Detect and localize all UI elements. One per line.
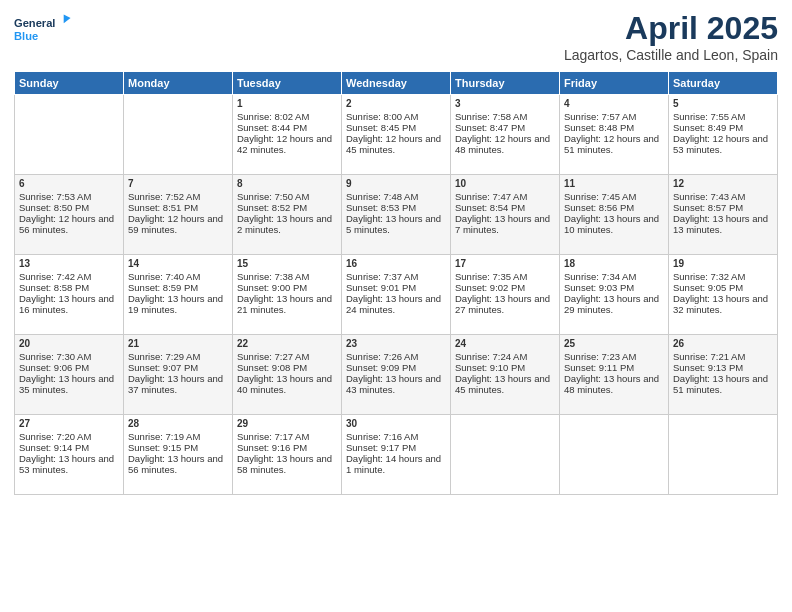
calendar-cell: 2Sunrise: 8:00 AMSunset: 8:45 PMDaylight… [342,95,451,175]
calendar-row: 20Sunrise: 7:30 AMSunset: 9:06 PMDayligh… [15,335,778,415]
svg-marker-1 [64,15,71,24]
calendar-cell: 20Sunrise: 7:30 AMSunset: 9:06 PMDayligh… [15,335,124,415]
calendar-row: 27Sunrise: 7:20 AMSunset: 9:14 PMDayligh… [15,415,778,495]
calendar-cell: 28Sunrise: 7:19 AMSunset: 9:15 PMDayligh… [124,415,233,495]
calendar-cell: 14Sunrise: 7:40 AMSunset: 8:59 PMDayligh… [124,255,233,335]
calendar-cell: 16Sunrise: 7:37 AMSunset: 9:01 PMDayligh… [342,255,451,335]
calendar-cell [669,415,778,495]
calendar-cell: 8Sunrise: 7:50 AMSunset: 8:52 PMDaylight… [233,175,342,255]
calendar-cell [560,415,669,495]
calendar-row: 6Sunrise: 7:53 AMSunset: 8:50 PMDaylight… [15,175,778,255]
calendar-cell [451,415,560,495]
calendar-cell: 4Sunrise: 7:57 AMSunset: 8:48 PMDaylight… [560,95,669,175]
calendar-cell: 30Sunrise: 7:16 AMSunset: 9:17 PMDayligh… [342,415,451,495]
calendar-cell: 27Sunrise: 7:20 AMSunset: 9:14 PMDayligh… [15,415,124,495]
col-friday: Friday [560,72,669,95]
calendar-cell: 18Sunrise: 7:34 AMSunset: 9:03 PMDayligh… [560,255,669,335]
calendar-cell: 25Sunrise: 7:23 AMSunset: 9:11 PMDayligh… [560,335,669,415]
col-thursday: Thursday [451,72,560,95]
calendar-cell: 11Sunrise: 7:45 AMSunset: 8:56 PMDayligh… [560,175,669,255]
col-tuesday: Tuesday [233,72,342,95]
calendar-cell: 15Sunrise: 7:38 AMSunset: 9:00 PMDayligh… [233,255,342,335]
calendar-cell: 12Sunrise: 7:43 AMSunset: 8:57 PMDayligh… [669,175,778,255]
calendar-cell: 19Sunrise: 7:32 AMSunset: 9:05 PMDayligh… [669,255,778,335]
calendar-row: 1Sunrise: 8:02 AMSunset: 8:44 PMDaylight… [15,95,778,175]
calendar-table: Sunday Monday Tuesday Wednesday Thursday… [14,71,778,495]
page: General Blue April 2025 Lagartos, Castil… [0,0,792,612]
col-wednesday: Wednesday [342,72,451,95]
calendar-cell: 1Sunrise: 8:02 AMSunset: 8:44 PMDaylight… [233,95,342,175]
calendar-cell: 23Sunrise: 7:26 AMSunset: 9:09 PMDayligh… [342,335,451,415]
header-row: Sunday Monday Tuesday Wednesday Thursday… [15,72,778,95]
calendar-cell: 13Sunrise: 7:42 AMSunset: 8:58 PMDayligh… [15,255,124,335]
calendar-cell [124,95,233,175]
logo: General Blue [14,10,74,50]
calendar-cell: 9Sunrise: 7:48 AMSunset: 8:53 PMDaylight… [342,175,451,255]
svg-text:Blue: Blue [14,30,38,42]
svg-text:General: General [14,17,55,29]
calendar-cell: 22Sunrise: 7:27 AMSunset: 9:08 PMDayligh… [233,335,342,415]
subtitle: Lagartos, Castille and Leon, Spain [564,47,778,63]
calendar-cell: 10Sunrise: 7:47 AMSunset: 8:54 PMDayligh… [451,175,560,255]
calendar-cell: 7Sunrise: 7:52 AMSunset: 8:51 PMDaylight… [124,175,233,255]
col-saturday: Saturday [669,72,778,95]
header: General Blue April 2025 Lagartos, Castil… [14,10,778,63]
calendar-cell: 24Sunrise: 7:24 AMSunset: 9:10 PMDayligh… [451,335,560,415]
calendar-cell: 6Sunrise: 7:53 AMSunset: 8:50 PMDaylight… [15,175,124,255]
calendar-row: 13Sunrise: 7:42 AMSunset: 8:58 PMDayligh… [15,255,778,335]
main-title: April 2025 [564,10,778,47]
calendar-cell: 17Sunrise: 7:35 AMSunset: 9:02 PMDayligh… [451,255,560,335]
title-block: April 2025 Lagartos, Castille and Leon, … [564,10,778,63]
calendar-cell [15,95,124,175]
calendar-cell: 29Sunrise: 7:17 AMSunset: 9:16 PMDayligh… [233,415,342,495]
calendar-cell: 26Sunrise: 7:21 AMSunset: 9:13 PMDayligh… [669,335,778,415]
col-sunday: Sunday [15,72,124,95]
calendar-cell: 3Sunrise: 7:58 AMSunset: 8:47 PMDaylight… [451,95,560,175]
calendar-cell: 5Sunrise: 7:55 AMSunset: 8:49 PMDaylight… [669,95,778,175]
logo-icon: General Blue [14,10,74,50]
calendar-cell: 21Sunrise: 7:29 AMSunset: 9:07 PMDayligh… [124,335,233,415]
col-monday: Monday [124,72,233,95]
